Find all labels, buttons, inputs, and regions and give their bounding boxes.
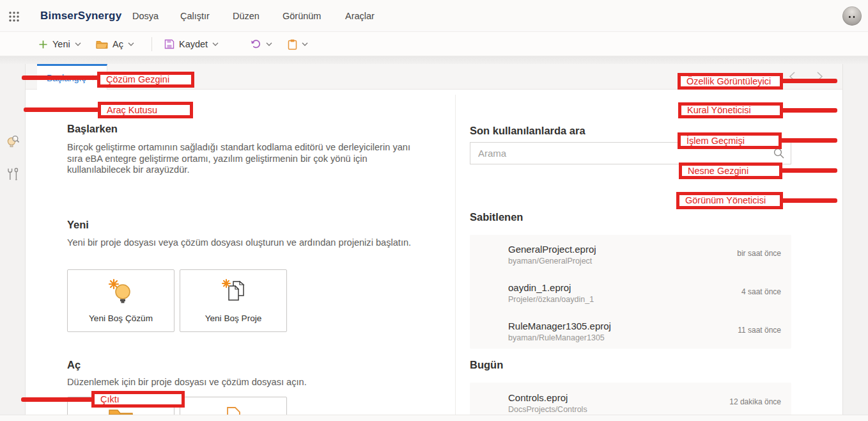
file-name: oaydin_1.eproj xyxy=(508,282,571,293)
pinned-item[interactable]: GeneralProject.eproj byaman/GeneralProje… xyxy=(470,242,791,275)
right-rail xyxy=(842,64,868,415)
new-button[interactable]: Yeni xyxy=(36,32,84,56)
file-path: DocsProjects/Controls xyxy=(508,405,587,414)
menubar: BimserSynergy Dosya Çalıştır Düzen Görün… xyxy=(0,0,868,32)
undo-button[interactable] xyxy=(248,32,275,56)
lightbulb-spark-icon xyxy=(105,278,136,307)
annotation-line-view-manager xyxy=(781,198,837,203)
file-name: Controls.eproj xyxy=(508,392,568,403)
save-button[interactable]: Kaydet xyxy=(162,32,221,56)
pinned-item[interactable]: oaydin_1.eproj Projeler/özkan/oaydin_1 4… xyxy=(470,280,791,314)
annotation-line-process-history xyxy=(780,138,837,143)
annotation-output: Çıktı xyxy=(91,391,185,408)
annotation-line-rule-manager xyxy=(781,108,837,113)
annotation-view-manager: Görünüm Yöneticisi xyxy=(676,192,783,209)
menu-gorunum[interactable]: Görünüm xyxy=(283,11,321,21)
new-project-art xyxy=(180,278,286,307)
today-title: Bugün xyxy=(470,359,503,371)
open-button[interactable]: Aç xyxy=(93,32,137,56)
file-path: Projeler/özkan/oaydin_1 xyxy=(508,295,594,304)
file-path: byaman/RuleManager1305 xyxy=(508,333,605,342)
menu-dosya[interactable]: Dosya xyxy=(132,11,159,21)
annotation-line-object-explorer xyxy=(780,168,837,173)
left-rail xyxy=(0,64,26,415)
annotation-line-output xyxy=(21,397,93,402)
new-blank-project-card[interactable]: Yeni Boş Proje xyxy=(180,269,287,332)
file-time: bir saat önce xyxy=(737,249,781,258)
undo-icon xyxy=(251,39,261,49)
menu-araclar[interactable]: Araçlar xyxy=(345,11,375,21)
save-icon xyxy=(164,39,174,49)
new-section-description: Yeni bir proje dosyası veya çözüm dosyas… xyxy=(67,237,422,249)
chevron-down-icon xyxy=(266,42,272,46)
annotation-solution-explorer: Çözüm Gezgini xyxy=(97,72,194,88)
annotation-object-explorer: Nesne Gezgini xyxy=(679,163,782,179)
getting-started-title: Başlarken xyxy=(67,123,118,135)
menu-duzen[interactable]: Düzen xyxy=(233,11,260,21)
annotation-process-history: İşlem Geçmişi xyxy=(678,132,782,149)
toolbox-button[interactable] xyxy=(5,166,20,182)
chevron-down-icon xyxy=(75,42,81,46)
pinned-list: GeneralProject.eproj byaman/GeneralProje… xyxy=(470,235,791,349)
plus-icon xyxy=(38,40,48,49)
file-name: GeneralProject.eproj xyxy=(508,244,596,255)
file-path: byaman/GeneralProject xyxy=(508,257,592,266)
file-time: 11 saat önce xyxy=(738,326,781,335)
annotation-line-toolbox xyxy=(24,107,99,112)
brand-title: BimserSynergy xyxy=(40,10,121,22)
waffle-grid-icon xyxy=(8,11,20,22)
file-time: 4 saat önce xyxy=(741,287,781,296)
getting-started-description: Birçok geliştirme ortamının sağladığı st… xyxy=(67,142,422,176)
pinned-title: Sabitlenen xyxy=(470,211,523,223)
new-blank-solution-label: Yeni Boş Çözüm xyxy=(68,314,174,323)
user-avatar[interactable] xyxy=(842,6,862,26)
toolbar-divider xyxy=(151,37,152,51)
toolbar: Yeni Aç Kaydet xyxy=(0,32,868,56)
new-section-title: Yeni xyxy=(67,219,89,231)
folder-icon xyxy=(96,40,108,49)
new-blank-project-label: Yeni Boş Proje xyxy=(180,314,286,323)
toolbar-content-seam xyxy=(0,56,868,64)
chevron-down-icon xyxy=(302,42,308,46)
paste-button[interactable] xyxy=(285,32,311,56)
pinned-item[interactable]: RuleManager1305.eproj byaman/RuleManager… xyxy=(470,319,791,352)
new-blank-solution-card[interactable]: Yeni Boş Çözüm xyxy=(67,269,174,332)
today-item[interactable]: Controls.eproj DocsProjects/Controls 12 … xyxy=(470,390,791,415)
chevron-down-icon xyxy=(212,42,219,46)
column-divider xyxy=(455,95,456,415)
open-button-label: Aç xyxy=(112,39,123,49)
app-launcher-button[interactable] xyxy=(6,9,22,24)
menu-calistir[interactable]: Çalıştır xyxy=(180,11,210,21)
today-list: Controls.eproj DocsProjects/Controls 12 … xyxy=(470,383,791,415)
annotation-toolbox: Araç Kutusu xyxy=(98,102,193,118)
open-solution-card[interactable] xyxy=(180,397,287,415)
chevron-down-icon xyxy=(128,42,134,46)
recent-search-title: Son kullanılanlarda ara xyxy=(470,125,585,137)
search-icon xyxy=(773,148,785,159)
solution-explorer-icon xyxy=(6,134,20,149)
new-button-label: Yeni xyxy=(52,39,70,49)
new-solution-art xyxy=(68,278,174,307)
annotation-line-solution-explorer xyxy=(22,75,98,80)
open-section-description: Düzenlemek için bir proje dosyası ve çöz… xyxy=(67,377,422,388)
save-button-label: Kaydet xyxy=(179,39,208,49)
file-time: 12 dakika önce xyxy=(729,397,781,406)
open-document-art xyxy=(180,405,286,415)
annotation-property-viewer: Özellik Görüntüleyici xyxy=(678,73,783,90)
document-spark-icon xyxy=(218,278,249,307)
document-icon xyxy=(224,405,243,415)
clipboard-icon xyxy=(288,39,297,50)
file-name: RuleManager1305.eproj xyxy=(508,321,611,331)
annotation-line-property-viewer xyxy=(781,79,837,83)
open-section-title: Aç xyxy=(67,359,81,371)
solution-explorer-button[interactable] xyxy=(5,134,20,149)
toolbox-icon xyxy=(6,167,20,182)
bottom-strip xyxy=(0,415,868,421)
annotation-rule-manager: Kural Yöneticisi xyxy=(678,102,783,118)
app-window: BimserSynergy Dosya Çalıştır Düzen Görün… xyxy=(0,0,868,421)
